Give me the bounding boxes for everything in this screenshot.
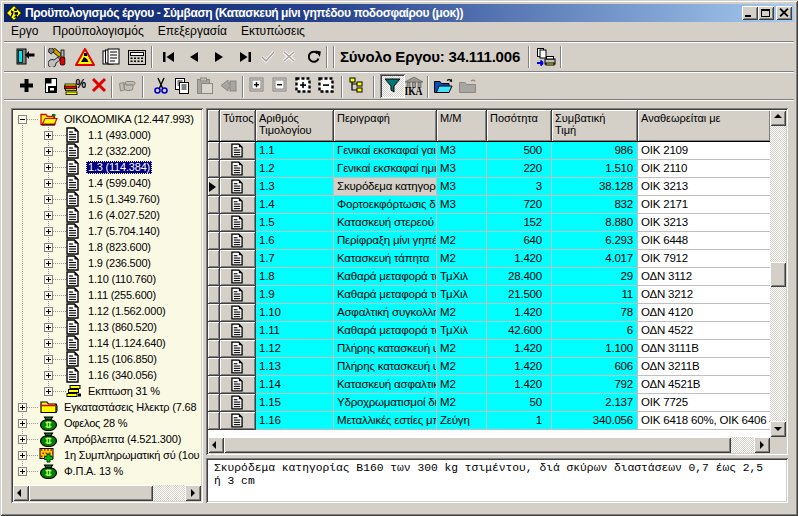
grid-row[interactable]: 1.10 Ασφαλτική συγκολλητ Μ2 1.420 78 ΟΔΝ… (208, 304, 770, 322)
tree-toggle[interactable] (44, 243, 53, 252)
grid-vscrollbar-thumb[interactable] (770, 262, 786, 287)
tree-scrollbar-thumb[interactable] (29, 485, 153, 501)
cell-desc[interactable]: Περίφραξη μίνι γηπέδ (334, 232, 437, 250)
menu-ergo[interactable]: Εργο (4, 22, 46, 41)
menu-epexergasia[interactable]: Επεξεργασία (151, 22, 234, 41)
maximize-button[interactable] (758, 6, 774, 20)
cell-price[interactable]: 1.100 (552, 340, 638, 358)
collapse-all-button[interactable] (318, 77, 334, 93)
tree-item[interactable]: 1.10 (110.760) (13, 271, 201, 287)
tree-item[interactable]: 1.8 (823.600) (13, 239, 201, 255)
cell-desc[interactable]: Πλήρης κατασκευή υπ (334, 358, 437, 376)
tree-item-label[interactable]: 1.2 (332.200) (86, 145, 153, 158)
cell-rev[interactable]: ΟΙΚ 3213 (638, 214, 770, 232)
cell-desc[interactable]: Καθαρά μεταφορά τω (334, 286, 437, 304)
confirm-button-disabled[interactable] (260, 50, 276, 63)
tree-toggle[interactable] (44, 179, 53, 188)
tree-item-label[interactable]: Εκπτωση 31 % (86, 385, 162, 398)
cell-price[interactable]: 1.510 (552, 160, 638, 178)
scroll-down-button[interactable] (770, 421, 786, 437)
tree-item-label[interactable]: 1.9 (236.500) (86, 257, 153, 270)
grid-row[interactable]: 1.12 Πλήρης κατασκευή υπ Μ2 1.420 1.100 … (208, 340, 770, 358)
tree-item[interactable]: 1.2 (332.200) (13, 143, 201, 159)
tree-item[interactable]: 1.13 (860.520) (13, 319, 201, 335)
warning-button[interactable] (75, 48, 95, 67)
cell-qty[interactable]: 500 (487, 142, 552, 160)
tree-toggle[interactable] (44, 371, 53, 380)
tree-item-label[interactable]: 1.15 (106.850) (86, 353, 159, 366)
grid-row[interactable]: 1.4 Φορτοεκφόρτωσις δια Μ3 720 832 ΟΙΚ 2… (208, 196, 770, 214)
grid-horizontal-scrollbar[interactable] (208, 437, 770, 453)
grid-row[interactable]: 1.14 Κατασκευή ασφαλτικ Μ2 1.420 792 ΟΔΝ… (208, 376, 770, 394)
grid-row[interactable]: 1.7 Κατασκευή τάπητα Μ2 1.420 4.017 ΟΙΚ … (208, 250, 770, 268)
grid-header-qty[interactable]: Ποσότητα (487, 110, 552, 141)
cell-num[interactable]: 1.7 (256, 250, 334, 268)
cut-button[interactable] (152, 77, 170, 95)
delete-record-button[interactable] (90, 77, 108, 94)
tree-item-label[interactable]: 1.16 (340.056) (86, 369, 159, 382)
cell-unit[interactable]: ΤμΧιλ (437, 286, 487, 304)
cell-desc[interactable]: Ασφαλτική συγκολλητ (334, 304, 437, 322)
exit-button[interactable] (14, 48, 36, 66)
cell-desc[interactable]: Υδροχρωματισμοί δια (334, 394, 437, 412)
tree-item[interactable]: 1.4 (599.040) (13, 175, 201, 191)
tree-toggle[interactable] (44, 323, 53, 332)
tree-item[interactable]: 1.14 (1.124.640) (13, 335, 201, 351)
cell-qty[interactable]: 28.400 (487, 268, 552, 286)
cell-unit[interactable]: Μ2 (437, 376, 487, 394)
cell-qty[interactable]: 220 (487, 160, 552, 178)
cell-rev[interactable]: ΟΔΝ 4120 (638, 304, 770, 322)
tree-item[interactable]: Απρόβλεπτα (4.521.300) (13, 431, 201, 447)
copy-button[interactable] (173, 77, 191, 95)
cell-qty[interactable]: 152 (487, 214, 552, 232)
tree-item[interactable]: ΟΙΚΟΔΟΜΙΚΑ (12.447.993) (13, 111, 201, 127)
filter-button-pressed[interactable] (380, 74, 405, 98)
tree-item-label[interactable]: 1.1 (493.000) (86, 129, 153, 142)
tree-item[interactable]: 1.15 (106.850) (13, 351, 201, 367)
cell-num[interactable]: 1.14 (256, 376, 334, 394)
expand-node-button[interactable] (249, 77, 264, 92)
tree-item-label[interactable]: 1.7 (5.704.140) (86, 225, 162, 238)
tree-toggle[interactable] (18, 435, 27, 444)
cell-price[interactable]: 606 (552, 358, 638, 376)
cell-rev[interactable]: ΟΙΚ 2110 (638, 160, 770, 178)
cell-rev[interactable]: ΟΙΚ 2109 (638, 142, 770, 160)
tree-item-label[interactable]: 1.10 (110.760) (86, 273, 158, 286)
cell-rev[interactable]: ΟΙΚ 7912 (638, 250, 770, 268)
edit-record-button[interactable] (43, 77, 59, 94)
tree-item[interactable]: 1.12 (1.562.000) (13, 303, 201, 319)
cell-num[interactable]: 1.15 (256, 394, 334, 412)
cell-desc[interactable]: Σκυρόδεμα κατηγορία (334, 178, 437, 196)
cell-unit[interactable]: Μ2 (437, 250, 487, 268)
scroll-up-button[interactable] (770, 110, 786, 126)
documents-button[interactable] (101, 48, 121, 67)
grid-row[interactable]: 1.1 Γενικαί εκσκαφαί γαιώ Μ3 500 986 ΟΙΚ… (208, 142, 770, 160)
tree-item[interactable]: Φ.Π.Α. 13 % (13, 463, 201, 479)
cell-qty[interactable]: 1 (487, 412, 552, 430)
tree-item-label[interactable]: 1.8 (823.600) (86, 241, 153, 254)
title-bar[interactable]: Προϋπολογισμός έργου - Σύμβαση (Κατασκευ… (4, 4, 794, 22)
send-to-printer-button[interactable] (536, 47, 556, 67)
tree-toggle[interactable] (44, 291, 53, 300)
open-project-button[interactable] (433, 77, 453, 95)
menu-proypologismos[interactable]: Προϋπολογισμός (46, 22, 151, 41)
discount-button[interactable]: % (64, 77, 86, 95)
tree-item-label[interactable]: ΟΙΚΟΔΟΜΙΚΑ (12.447.993) (62, 113, 196, 126)
tree-toggle[interactable] (44, 339, 53, 348)
refresh-button[interactable] (306, 50, 321, 64)
tree-item[interactable]: 1.1 (493.000) (13, 127, 201, 143)
grid-row[interactable]: 1.3 Σκυρόδεμα κατηγορία Μ3 3 38.128 ΟΙΚ … (208, 178, 770, 196)
tree-item[interactable]: 1.7 (5.704.140) (13, 223, 201, 239)
cell-desc[interactable]: Γενικαί εκσκαφαί γαιώ (334, 142, 437, 160)
cell-qty[interactable]: 720 (487, 196, 552, 214)
cell-qty[interactable]: 640 (487, 232, 552, 250)
cell-price[interactable]: 986 (552, 142, 638, 160)
tree-toggle[interactable] (44, 259, 53, 268)
tree-item[interactable]: Εκπτωση 31 % (13, 383, 201, 399)
cell-price[interactable]: 38.128 (552, 178, 638, 196)
cell-qty[interactable]: 1.420 (487, 340, 552, 358)
ika-button[interactable]: IKA (404, 77, 424, 96)
cell-num[interactable]: 1.13 (256, 358, 334, 376)
cell-rev[interactable]: ΟΔΝ 3112 (638, 268, 770, 286)
cell-desc[interactable]: Πλήρης κατασκευή υπ (334, 340, 437, 358)
